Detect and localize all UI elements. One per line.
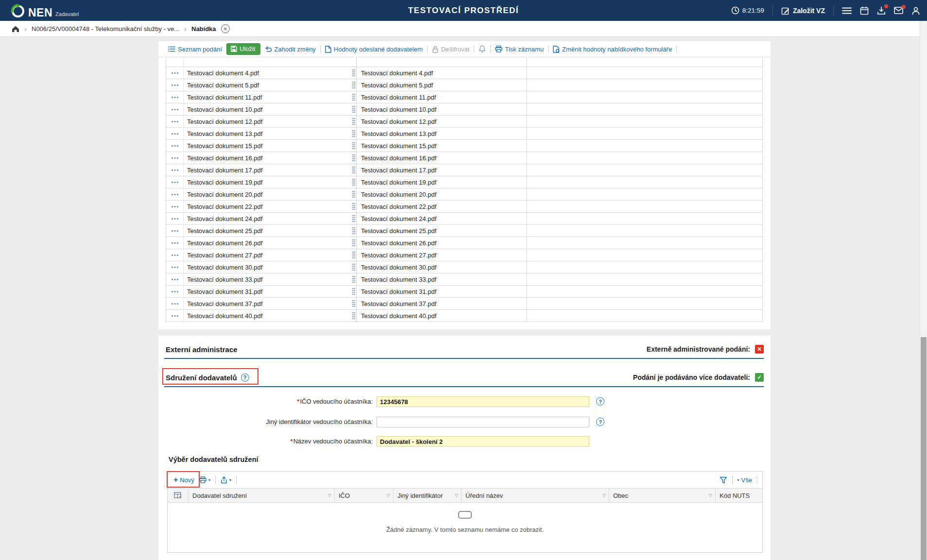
export-button[interactable]: ▾ [221, 476, 231, 484]
document-name[interactable]: Testovací dokument 20.pdf [187, 191, 262, 198]
drag-handle-icon[interactable] [352, 166, 356, 174]
home-icon[interactable] [12, 25, 19, 33]
row-options-button[interactable] [166, 249, 184, 261]
document-name[interactable]: Testovací dokument 12.pdf [187, 118, 262, 125]
document-name[interactable]: Testovací dokument 17.pdf [187, 167, 262, 174]
drag-handle-icon[interactable] [352, 227, 356, 235]
row-options-button[interactable] [166, 188, 184, 200]
drag-handle-icon[interactable] [352, 105, 356, 114]
column-header-uredni-nazev[interactable]: Úřední název ▽ [462, 489, 609, 502]
document-name[interactable]: Testovací dokument 25.pdf [187, 227, 262, 235]
document-name[interactable]: Testovací dokument 15.pdf [187, 142, 262, 150]
drag-handle-icon[interactable] [352, 142, 356, 150]
drag-handle-icon[interactable] [352, 215, 356, 223]
filter-icon[interactable] [720, 476, 727, 484]
drag-handle-icon[interactable] [352, 263, 356, 272]
user-profile-button[interactable] [911, 6, 920, 15]
multiple-suppliers-checkbox-checked[interactable]: ✓ [755, 373, 764, 382]
drag-handle-icon[interactable] [352, 275, 356, 284]
row-options-button[interactable] [166, 79, 184, 91]
calendar-button[interactable] [860, 6, 869, 15]
drag-handle-icon[interactable] [352, 203, 356, 211]
vertical-scrollbar[interactable] [920, 21, 927, 560]
column-header-kod-nuts[interactable]: Kód NUTS [716, 489, 762, 502]
column-header-obec[interactable]: Obec ▽ [609, 489, 716, 502]
filter-caret-icon[interactable]: ▽ [387, 493, 393, 498]
drag-handle-icon[interactable] [352, 81, 356, 89]
filter-caret-icon[interactable]: ▽ [455, 493, 461, 498]
drag-handle-icon[interactable] [352, 93, 356, 102]
row-options-button[interactable] [166, 128, 184, 139]
print-record-button[interactable]: Tisk záznamu [495, 46, 544, 53]
row-options-button[interactable] [166, 116, 184, 127]
row-options-button[interactable] [166, 152, 184, 164]
document-name[interactable]: Testovací dokument 10.pdf [187, 106, 262, 113]
row-options-button[interactable] [166, 140, 184, 152]
document-name[interactable]: Testovací dokument 22.pdf [187, 203, 262, 210]
supplier-values-button[interactable]: Hodnoty odeslané dodavatelem [325, 46, 423, 53]
help-icon[interactable]: ? [241, 373, 249, 382]
row-options-button[interactable] [166, 176, 184, 188]
scrollbar-thumb[interactable] [921, 337, 927, 560]
row-options-button[interactable] [166, 310, 184, 322]
drag-handle-icon[interactable] [352, 69, 356, 77]
row-options-button[interactable] [166, 261, 184, 273]
new-supplier-button[interactable]: + Nový [173, 476, 194, 484]
drag-handle-icon[interactable] [352, 130, 356, 138]
document-name[interactable]: Testovací dokument 30.pdf [187, 264, 262, 271]
document-name[interactable]: Testovací dokument 4.pdf [187, 69, 259, 77]
other-identifier-field[interactable] [377, 417, 589, 427]
filter-caret-icon[interactable]: ▽ [328, 493, 334, 498]
document-name[interactable]: Testovací dokument 27.pdf [187, 252, 262, 259]
document-name[interactable]: Testovací dokument 16.pdf [187, 154, 262, 162]
seznam-podani-button[interactable]: Seznam podání [168, 46, 222, 53]
menu-button[interactable] [842, 7, 852, 15]
document-name[interactable]: Testovací dokument 13.pdf [187, 130, 262, 137]
document-name[interactable]: Testovací dokument 37.pdf [187, 300, 262, 307]
drag-handle-icon[interactable] [352, 178, 356, 187]
document-name[interactable]: Testovací dokument 24.pdf [187, 215, 262, 222]
notifications-bell-button[interactable] [479, 45, 486, 53]
document-name[interactable]: Testovací dokument 33.pdf [187, 276, 262, 283]
drag-handle-icon[interactable] [352, 312, 356, 320]
document-name[interactable]: Testovací dokument 11.pdf [187, 94, 262, 101]
column-header-jiny-identifikator[interactable]: Jiný identifikátor ▽ [394, 489, 462, 502]
leader-name-field[interactable] [377, 436, 589, 447]
document-name[interactable]: Testovací dokument 40.pdf [187, 312, 262, 320]
discard-changes-button[interactable]: Zahodit změny [265, 46, 316, 53]
row-options-button[interactable] [166, 225, 184, 237]
row-options-button[interactable] [166, 67, 184, 79]
document-name[interactable]: Testovací dokument 19.pdf [187, 179, 262, 186]
row-options-button[interactable] [166, 213, 184, 224]
filter-caret-icon[interactable]: ▽ [709, 493, 715, 498]
messages-button[interactable] [894, 7, 903, 14]
document-name[interactable]: Testovací dokument 31.pdf [187, 288, 262, 295]
column-settings-button[interactable] [168, 489, 189, 502]
drag-handle-icon[interactable] [352, 288, 356, 296]
print-grid-button[interactable]: ▾ [199, 476, 210, 483]
filter-caret-icon[interactable]: ▽ [602, 493, 609, 498]
help-icon[interactable]: ? [596, 397, 604, 406]
downloads-button[interactable] [877, 6, 886, 15]
drag-handle-icon[interactable] [352, 154, 356, 162]
column-header-dodavatel[interactable]: Dodavatel sdružení ▽ [189, 489, 335, 502]
row-options-button[interactable] [166, 91, 184, 103]
document-name[interactable]: Testovací dokument 26.pdf [187, 239, 262, 247]
breadcrumb-procurement[interactable]: N006/25/V00004748 - Telekomunikační služ… [32, 25, 179, 33]
row-options-button[interactable] [166, 298, 184, 309]
drag-handle-icon[interactable] [352, 118, 356, 126]
row-options-button[interactable] [166, 103, 184, 115]
drag-handle-icon[interactable] [352, 190, 356, 199]
show-all-button[interactable]: ▾ Vše [738, 476, 752, 484]
save-button[interactable]: Uložit [226, 43, 260, 55]
row-options-button[interactable] [166, 286, 184, 297]
row-options-button[interactable] [166, 273, 184, 285]
close-tab-icon[interactable]: ✕ [221, 24, 230, 33]
external-checkbox-unchecked[interactable]: ✕ [755, 345, 764, 354]
app-logo[interactable]: NEN Zadavatel [11, 0, 79, 21]
ico-field[interactable] [377, 396, 589, 407]
document-name[interactable]: Testovací dokument 5.pdf [187, 82, 259, 89]
row-options-button[interactable] [166, 164, 184, 176]
column-header-ico[interactable]: IČO ▽ [335, 489, 394, 502]
change-form-values-button[interactable]: Změnit hodnoty nabídkového formuláře [553, 46, 672, 53]
